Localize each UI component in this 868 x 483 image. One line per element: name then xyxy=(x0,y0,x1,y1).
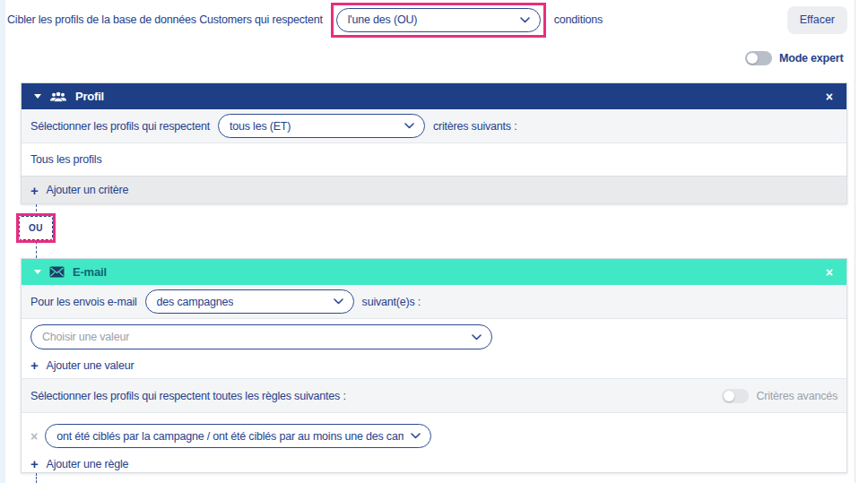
profile-block-header[interactable]: Profil × xyxy=(22,83,846,109)
campaign-value-placeholder: Choisir une valeur xyxy=(42,331,129,343)
rules-header-label: Sélectionner les profils qui respectent … xyxy=(30,390,346,402)
add-criterion-button[interactable]: + Ajouter un critère xyxy=(22,176,846,203)
chevron-down-icon xyxy=(404,123,414,129)
profiles-group-icon xyxy=(49,91,67,102)
envelope-icon xyxy=(49,266,65,278)
rule-select-value: ont été ciblés par la campagne / ont été… xyxy=(56,430,404,443)
criteria-operator-value: tous les (ET) xyxy=(230,120,291,133)
expert-mode-toggle[interactable] xyxy=(745,51,772,65)
expert-mode-row: Mode expert xyxy=(745,51,843,65)
profile-criteria-row: Sélectionner les profils qui respectent … xyxy=(22,109,846,142)
page-left-margin xyxy=(0,0,5,483)
add-rule-button[interactable]: + Ajouter une règle xyxy=(30,457,128,470)
advanced-criteria-toggle[interactable] xyxy=(722,389,749,403)
add-criterion-label: Ajouter un critère xyxy=(47,184,129,196)
or-operator-highlight: OU xyxy=(16,213,56,243)
close-icon[interactable]: × xyxy=(826,266,833,279)
criteria-operator-select[interactable]: tous les (ET) xyxy=(218,114,425,138)
campaign-value-select[interactable]: Choisir une valeur xyxy=(30,324,492,349)
close-icon[interactable]: × xyxy=(826,91,833,103)
add-value-button[interactable]: + Ajouter une valeur xyxy=(30,358,134,372)
add-rule-label: Ajouter une règle xyxy=(47,458,129,470)
conditions-operator-value: l'une des (OU) xyxy=(348,13,417,26)
rule-section: × ont été ciblés par la campagne / ont é… xyxy=(22,412,846,472)
block-connector-line-bottom xyxy=(36,473,37,483)
all-profiles-label: Tous les profils xyxy=(30,153,101,166)
rule-select[interactable]: ont été ciblés par la campagne / ont été… xyxy=(45,424,431,448)
toggle-knob xyxy=(724,391,734,401)
advanced-criteria-label: Critères avancés xyxy=(756,390,838,402)
email-block-title: E-mail xyxy=(73,265,107,279)
segment-builder: Cibler les profils de la base de données… xyxy=(0,0,868,483)
sends-row-suffix: suivant(e)s : xyxy=(362,296,421,308)
sends-row-prefix: Pour les envois e-mail xyxy=(30,296,137,308)
profile-block: Profil × Sélectionner les profils qui re… xyxy=(21,82,847,204)
add-value-label: Ajouter une valeur xyxy=(47,359,135,372)
chevron-down-icon xyxy=(334,298,343,305)
criteria-row-prefix: Sélectionner les profils qui respectent xyxy=(30,120,210,133)
page-right-border xyxy=(855,0,855,483)
plus-icon: + xyxy=(30,358,39,372)
criteria-row-suffix: critères suivants : xyxy=(433,120,516,133)
all-profiles-row: Tous les profils xyxy=(22,142,846,176)
targeting-sentence: Cibler les profils de la base de données… xyxy=(7,1,847,39)
rules-header-row: Sélectionner les profils qui respectent … xyxy=(22,378,846,412)
chevron-down-icon xyxy=(472,334,482,341)
email-block-header[interactable]: E-mail × xyxy=(22,259,846,285)
chevron-down-icon xyxy=(411,433,421,439)
chevron-down-icon xyxy=(520,17,530,23)
conditions-operator-select[interactable]: l'une des (OU) xyxy=(336,8,541,32)
targeting-suffix: conditions xyxy=(554,13,603,26)
or-operator-badge[interactable]: OU xyxy=(19,216,53,240)
email-block: E-mail × Pour les envois e-mail des camp… xyxy=(21,258,847,473)
profile-block-title: Profil xyxy=(75,90,104,103)
plus-icon: + xyxy=(30,184,39,197)
expert-mode-label: Mode expert xyxy=(779,52,843,65)
rule-row: × ont été ciblés par la campagne / ont é… xyxy=(30,424,838,448)
targeting-prefix: Cibler les profils de la base de données… xyxy=(7,13,323,26)
collapse-caret-icon[interactable] xyxy=(34,94,41,99)
sends-type-select[interactable]: des campagnes xyxy=(145,289,354,314)
remove-rule-icon[interactable]: × xyxy=(30,430,38,443)
campaign-value-section: Choisir une valeur + Ajouter une valeur xyxy=(22,318,846,378)
toggle-knob xyxy=(747,53,758,64)
collapse-caret-icon[interactable] xyxy=(34,270,41,274)
operator-select-highlight: l'une des (OU) xyxy=(331,3,546,38)
sends-type-value: des campagnes xyxy=(157,296,234,308)
advanced-criteria-control: Critères avancés xyxy=(722,389,838,403)
plus-icon: + xyxy=(30,457,39,470)
email-sends-row: Pour les envois e-mail des campagnes sui… xyxy=(22,285,846,318)
clear-button[interactable]: Effacer xyxy=(787,6,847,34)
